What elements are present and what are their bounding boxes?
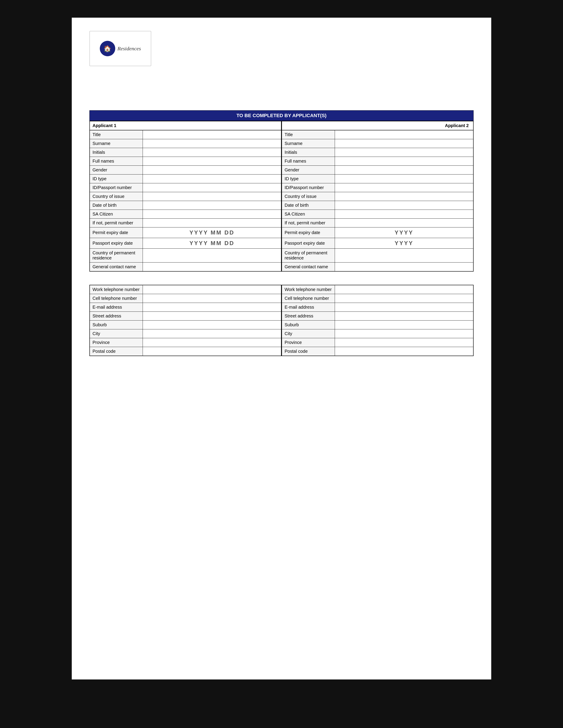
a2-general-contact-input[interactable] <box>335 263 473 271</box>
a2-country-perm-input[interactable] <box>335 249 473 263</box>
field-label: Date of birth <box>90 201 143 210</box>
field-label: Passport expiry date <box>90 238 143 249</box>
city-input[interactable] <box>143 329 281 338</box>
field-label: Province <box>282 338 335 347</box>
field-label: Country of issue <box>282 192 335 201</box>
applicant1-col: Applicant 1 Title Surname Initials Full … <box>90 121 282 271</box>
main-section: TO BE COMPLETED BY APPLICANT(S) Applican… <box>89 110 474 356</box>
field-label: Country of permanent residence <box>90 249 143 263</box>
dob-input[interactable] <box>143 201 281 210</box>
a2-permit-num-input[interactable] <box>335 219 473 227</box>
field-label: E-mail address <box>90 303 143 312</box>
field-label: If not, permit number <box>282 219 335 227</box>
surname-input[interactable] <box>143 139 281 148</box>
field-label: Postal code <box>282 347 335 356</box>
street-input[interactable] <box>143 312 281 321</box>
field-label: Work telephone number <box>90 285 143 294</box>
field-label: Gender <box>90 166 143 174</box>
permit-expiry-hint[interactable]: YYYY MM DD <box>143 227 281 238</box>
a2-postal-input[interactable] <box>335 347 473 356</box>
country-perm-input[interactable] <box>143 249 281 263</box>
postal-input[interactable] <box>143 347 281 356</box>
applicant2-header: Applicant 2 <box>445 123 469 128</box>
field-label: Title <box>282 130 335 139</box>
a2-gender-input[interactable] <box>335 166 473 174</box>
a2-permit-expiry-hint[interactable]: YYYY <box>335 227 473 238</box>
field-label: Street address <box>282 312 335 321</box>
a2-fullnames-input[interactable] <box>335 157 473 166</box>
applicant2-col: Applicant 2 Title Surname Initials Full … <box>282 121 473 271</box>
a2-sacitizen-input[interactable] <box>335 210 473 219</box>
field-label: Country of permanent residence <box>282 249 335 263</box>
a2-dob-input[interactable] <box>335 201 473 210</box>
field-label: Suburb <box>282 321 335 329</box>
field-label: Passport expiry date <box>282 238 335 249</box>
field-label: General contact name <box>90 263 143 271</box>
field-label: Cell telephone number <box>282 294 335 303</box>
idtype-input[interactable] <box>143 174 281 183</box>
logo-text: Residences <box>117 46 141 52</box>
field-label: General contact name <box>282 263 335 271</box>
field-label: Surname <box>282 139 335 148</box>
field-label: Initials <box>282 148 335 157</box>
field-label: Permit expiry date <box>90 227 143 238</box>
field-label: ID/Passport number <box>282 183 335 192</box>
logo-icon: 🏠 <box>100 41 115 56</box>
country-issue-input[interactable] <box>143 192 281 201</box>
a2-city-input[interactable] <box>335 329 473 338</box>
a2-initials-input[interactable] <box>335 148 473 157</box>
field-label: Work telephone number <box>282 285 335 294</box>
field-label: ID type <box>90 174 143 183</box>
passport-input[interactable] <box>143 183 281 192</box>
a2-street-input[interactable] <box>335 312 473 321</box>
field-label: Initials <box>90 148 143 157</box>
a2-passport-input[interactable] <box>335 183 473 192</box>
field-label: Postal code <box>90 347 143 356</box>
general-contact-input[interactable] <box>143 263 281 271</box>
field-label: Date of birth <box>282 201 335 210</box>
field-label: Country of issue <box>90 192 143 201</box>
a2-email-input[interactable] <box>335 303 473 312</box>
field-label: ID/Passport number <box>90 183 143 192</box>
a2-title-input[interactable] <box>335 130 473 139</box>
a2-work-tel-input[interactable] <box>335 285 473 294</box>
sacitizen-input[interactable] <box>143 210 281 219</box>
a2-country-issue-input[interactable] <box>335 192 473 201</box>
work-tel-input[interactable] <box>143 285 281 294</box>
initials-input[interactable] <box>143 148 281 157</box>
field-label: Province <box>90 338 143 347</box>
section-header: TO BE COMPLETED BY APPLICANT(S) <box>89 110 474 121</box>
email-input[interactable] <box>143 303 281 312</box>
field-label: Title <box>90 130 143 139</box>
logo-area: 🏠 Residences <box>89 31 151 66</box>
a2-suburb-input[interactable] <box>335 321 473 329</box>
a2-idtype-input[interactable] <box>335 174 473 183</box>
permit-num-input[interactable] <box>143 219 281 227</box>
province-input[interactable] <box>143 338 281 347</box>
passport-expiry-hint[interactable]: YYYY MM DD <box>143 238 281 249</box>
a2-passport-expiry-hint[interactable]: YYYY <box>335 238 473 249</box>
a2-cell-tel-input[interactable] <box>335 294 473 303</box>
field-label: Street address <box>90 312 143 321</box>
cell-tel-input[interactable] <box>143 294 281 303</box>
a2-surname-input[interactable] <box>335 139 473 148</box>
applicants-table: Applicant 1 Title Surname Initials Full … <box>89 121 474 272</box>
field-label: SA Citizen <box>90 210 143 219</box>
field-label: Permit expiry date <box>282 227 335 238</box>
fullnames-input[interactable] <box>143 157 281 166</box>
field-label: Full names <box>90 157 143 166</box>
title-input[interactable] <box>143 130 281 139</box>
field-label: SA Citizen <box>282 210 335 219</box>
gender-input[interactable] <box>143 166 281 174</box>
applicant1-header: Applicant 1 <box>92 123 116 128</box>
field-label: City <box>282 329 335 338</box>
page: 🏠 Residences TO BE COMPLETED BY APPLICAN… <box>72 18 491 679</box>
field-label: Cell telephone number <box>90 294 143 303</box>
field-label: E-mail address <box>282 303 335 312</box>
field-label: Suburb <box>90 321 143 329</box>
contact-section: Work telephone number Cell telephone num… <box>89 285 474 356</box>
field-label: ID type <box>282 174 335 183</box>
a2-province-input[interactable] <box>335 338 473 347</box>
field-label: Surname <box>90 139 143 148</box>
suburb-input[interactable] <box>143 321 281 329</box>
